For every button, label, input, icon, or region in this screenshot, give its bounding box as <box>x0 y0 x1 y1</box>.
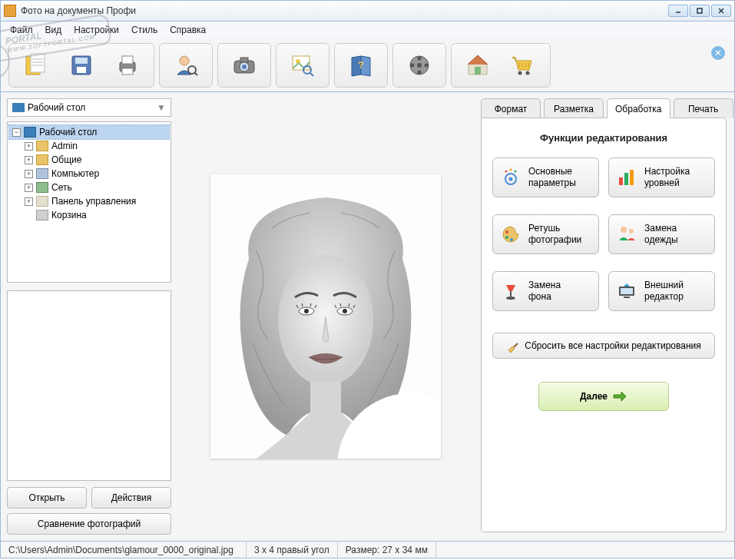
toolbar-print-icon[interactable] <box>106 46 149 84</box>
tree-item-controlpanel[interactable]: + Панель управления <box>9 194 169 208</box>
tree-label: Рабочий стол <box>39 127 97 138</box>
svg-point-48 <box>505 230 508 234</box>
folder-tree[interactable]: − Рабочий стол + Admin + Общие + Компьют… <box>7 121 171 283</box>
svg-rect-45 <box>619 177 623 185</box>
tree-item-network[interactable]: + Сеть <box>9 181 169 194</box>
tree-label: Общие <box>51 154 81 165</box>
expand-icon[interactable]: + <box>25 197 33 206</box>
reset-editing-button[interactable]: Сбросить все настройки редактирования <box>492 333 715 359</box>
tree-item-public[interactable]: + Общие <box>9 153 169 167</box>
toolbar-help-book-icon[interactable]: ? <box>339 46 382 84</box>
toolbar-close-help-icon[interactable]: ✕ <box>711 46 725 60</box>
tree-item-admin[interactable]: + Admin <box>9 139 169 153</box>
location-dropdown[interactable]: Рабочий стол ▼ <box>7 98 171 117</box>
svg-point-18 <box>242 65 247 69</box>
lamp-icon <box>499 280 522 303</box>
svg-point-51 <box>621 227 627 233</box>
edit-label: Основныепараметры <box>528 166 576 189</box>
tree-label: Корзина <box>51 210 87 220</box>
tree-label: Admin <box>51 141 78 151</box>
svg-rect-47 <box>630 170 634 185</box>
next-button[interactable]: Далее <box>538 382 669 411</box>
open-button[interactable]: Открыть <box>7 487 87 509</box>
maximize-button[interactable] <box>690 5 710 17</box>
svg-rect-19 <box>293 56 310 70</box>
file-preview-pane <box>7 290 171 481</box>
svg-point-49 <box>505 236 508 239</box>
gear-sliders-icon <box>499 166 522 189</box>
tree-item-computer[interactable]: + Компьютер <box>9 167 169 181</box>
toolbar-templates-icon[interactable] <box>14 46 57 84</box>
collapse-icon[interactable]: − <box>12 128 21 137</box>
chevron-down-icon: ▼ <box>157 102 166 113</box>
users-swap-icon <box>615 223 638 246</box>
svg-point-42 <box>505 171 508 173</box>
tab-layout[interactable]: Разметка <box>544 98 604 118</box>
svg-rect-46 <box>624 173 628 185</box>
edit-label: Настройкауровней <box>644 166 690 189</box>
edit-label: Заменаодежды <box>644 223 678 246</box>
broom-icon <box>506 339 520 353</box>
toolbar-user-search-icon[interactable] <box>164 46 207 84</box>
svg-point-50 <box>510 238 513 241</box>
center-panel <box>177 92 473 541</box>
tree-label: Панель управления <box>51 196 136 207</box>
monitor-icon <box>24 127 36 138</box>
statusbar: C:\Users\Admin\Documents\glamour_0000_or… <box>0 542 735 558</box>
svg-rect-16 <box>240 58 248 62</box>
toolbar-save-icon[interactable] <box>60 46 103 84</box>
menu-file[interactable]: Файл <box>4 23 39 37</box>
svg-point-54 <box>506 297 515 300</box>
close-button[interactable] <box>711 5 731 17</box>
svg-rect-56 <box>621 288 633 294</box>
tree-root-desktop[interactable]: − Рабочий стол <box>9 125 169 139</box>
control-panel-icon <box>36 196 48 207</box>
expand-icon[interactable]: + <box>25 184 33 192</box>
svg-point-29 <box>425 63 429 67</box>
folder-icon <box>36 154 48 165</box>
edit-retouch-button[interactable]: Ретушьфотографии <box>492 214 599 254</box>
expand-icon[interactable]: + <box>25 156 33 164</box>
toolbar-camera-icon[interactable] <box>223 46 266 84</box>
edit-clothes-button[interactable]: Заменаодежды <box>608 214 715 254</box>
toolbar-shop-cart-icon[interactable] <box>502 46 545 84</box>
toolbar: ? ✕ <box>0 38 735 92</box>
tabs: Формат Разметка Обработка Печать <box>481 98 727 118</box>
menu-view[interactable]: Вид <box>39 23 68 37</box>
toolbar-image-search-icon[interactable] <box>281 46 324 84</box>
actions-button[interactable]: Действия <box>91 487 171 509</box>
edit-basic-button[interactable]: Основныепараметры <box>492 157 599 197</box>
expand-icon[interactable]: + <box>25 170 33 178</box>
edit-label: Заменафона <box>528 280 561 303</box>
menu-style[interactable]: Стиль <box>125 23 164 37</box>
tab-format[interactable]: Формат <box>481 98 541 118</box>
edit-label: Ретушьфотографии <box>528 223 581 246</box>
window-title: Фото на документы Профи <box>21 5 668 16</box>
monitor-upload-icon <box>615 280 638 303</box>
edit-levels-button[interactable]: Настройкауровней <box>608 157 715 197</box>
compare-photos-button[interactable]: Сравнение фотографий <box>7 513 171 535</box>
reset-label: Сбросить все настройки редактирования <box>525 340 701 351</box>
toolbar-home-icon[interactable] <box>456 46 499 84</box>
folder-icon <box>36 141 48 151</box>
expand-icon[interactable]: + <box>25 142 33 151</box>
photo-preview <box>210 174 441 459</box>
app-icon <box>4 5 16 17</box>
toolbar-video-reel-icon[interactable] <box>398 46 441 84</box>
menu-settings[interactable]: Настройки <box>68 23 125 37</box>
svg-point-43 <box>510 169 512 171</box>
tab-processing[interactable]: Обработка <box>607 98 670 118</box>
status-corner: 3 x 4 правый угол <box>247 542 338 558</box>
recycle-bin-icon <box>36 210 48 220</box>
svg-line-22 <box>310 73 313 76</box>
svg-point-36 <box>304 309 309 313</box>
minimize-button[interactable] <box>668 5 688 17</box>
menu-help[interactable]: Справка <box>164 23 212 37</box>
content-area: Рабочий стол ▼ − Рабочий стол + Admin + … <box>0 92 735 542</box>
tree-item-recyclebin[interactable]: Корзина <box>9 208 169 222</box>
next-label: Далее <box>580 391 608 402</box>
edit-background-button[interactable]: Заменафона <box>492 271 599 311</box>
edit-external-button[interactable]: Внешнийредактор <box>608 271 715 311</box>
tab-print[interactable]: Печать <box>674 98 733 118</box>
svg-point-38 <box>343 309 347 313</box>
